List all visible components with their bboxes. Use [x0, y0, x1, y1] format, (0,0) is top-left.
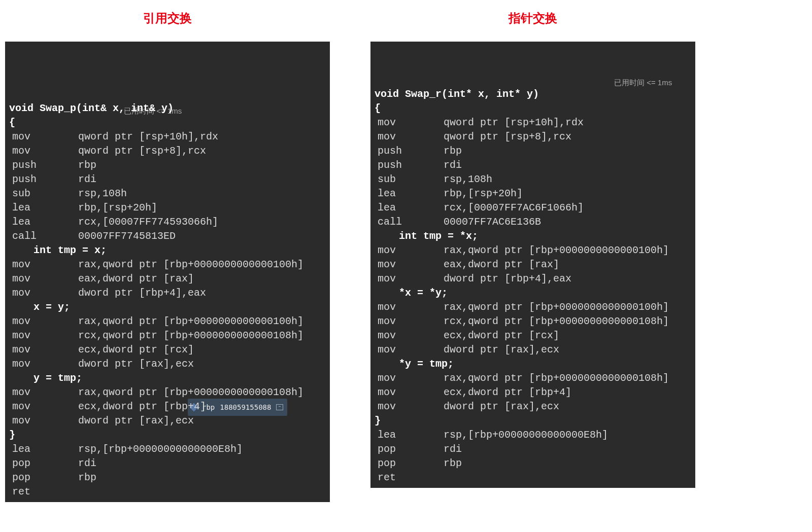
asm-opcode: pop	[9, 456, 78, 471]
code-line: learsp,[rbp+00000000000000E8h]	[9, 442, 326, 456]
asm-operands: rbp	[78, 471, 96, 485]
code-line: movqword ptr [rsp+10h],rdx	[9, 130, 326, 144]
asm-opcode: mov	[375, 329, 444, 343]
asm-opcode: mov	[9, 286, 78, 300]
asm-operands: rdi	[444, 158, 462, 172]
code-line: subrsp,108h	[375, 172, 691, 187]
asm-operands: qword ptr [rsp+10h],rdx	[78, 130, 218, 144]
right-codeblock: 已用时间 <= 1ms void Swap_r(int* x, int* y){…	[370, 42, 695, 488]
code-line: }	[375, 414, 691, 428]
code-line: movecx,dword ptr [rcx]	[375, 329, 691, 343]
asm-operands: rbp	[444, 456, 462, 471]
code-line: movrax,qword ptr [rbp+0000000000000108h]	[9, 385, 326, 400]
asm-opcode: mov	[375, 116, 444, 130]
right-title: 指针交换	[370, 10, 695, 26]
code-line: poprbp	[375, 456, 691, 471]
code-line: movecx,dword ptr [rbp+4]	[9, 400, 326, 414]
asm-operands: 00007FF7745813ED	[78, 229, 176, 243]
asm-opcode: mov	[375, 300, 444, 314]
asm-opcode: mov	[375, 371, 444, 385]
asm-operands: qword ptr [rsp+8],rcx	[444, 130, 571, 144]
asm-opcode: pop	[9, 471, 78, 485]
code-line: pushrdi	[9, 172, 326, 187]
asm-opcode: call	[9, 229, 78, 243]
asm-opcode: push	[375, 144, 444, 158]
asm-opcode: mov	[9, 414, 78, 428]
code-line: poprdi	[9, 456, 326, 471]
asm-opcode: mov	[9, 400, 78, 414]
code-line: movdword ptr [rax],ecx	[375, 400, 691, 414]
asm-operands: rdi	[78, 172, 96, 187]
asm-opcode: ret	[375, 471, 444, 485]
asm-operands: dword ptr [rax],ecx	[444, 343, 559, 357]
code-line: learsp,[rbp+00000000000000E8h]	[375, 428, 691, 442]
code-line: movdword ptr [rax],ecx	[375, 343, 691, 357]
asm-operands: rdi	[444, 442, 462, 456]
code-line: int tmp = x;	[9, 243, 326, 258]
asm-operands: dword ptr [rax],ecx	[444, 400, 559, 414]
asm-opcode: lea	[375, 187, 444, 201]
code-line: movdword ptr [rax],ecx	[9, 357, 326, 371]
asm-operands: rcx,qword ptr [rbp+0000000000000108h]	[444, 314, 669, 329]
asm-operands: rax,qword ptr [rbp+0000000000000100h]	[78, 258, 303, 272]
asm-operands: ecx,dword ptr [rbp+4]	[444, 385, 571, 400]
asm-opcode: lea	[375, 201, 444, 215]
code-line: movrax,qword ptr [rbp+0000000000000100h]	[375, 243, 691, 258]
asm-opcode: mov	[9, 144, 78, 158]
asm-operands: dword ptr [rbp+4],eax	[444, 272, 571, 286]
code-line: {	[375, 101, 691, 116]
asm-operands: rcx,qword ptr [rbp+0000000000000108h]	[78, 329, 303, 343]
code-line: movdword ptr [rax],ecx	[9, 414, 326, 428]
code-line: call00007FF7AC6E136B	[375, 215, 691, 229]
code-line: poprbp	[9, 471, 326, 485]
asm-operands: rsp,[rbp+00000000000000E8h]	[78, 442, 243, 456]
asm-opcode: mov	[375, 343, 444, 357]
asm-operands: rcx,[00007FF774593066h]	[78, 215, 218, 229]
code-line: pushrdi	[375, 158, 691, 172]
asm-operands: rbp,[rsp+20h]	[78, 201, 157, 215]
asm-opcode: mov	[9, 357, 78, 371]
asm-operands: rax,qword ptr [rbp+0000000000000100h]	[444, 243, 669, 258]
asm-opcode: lea	[9, 442, 78, 456]
asm-opcode: pop	[375, 456, 444, 471]
code-line: void Swap_p(int& x, int& y)	[9, 101, 326, 116]
code-line: poprdi	[375, 442, 691, 456]
asm-opcode: mov	[9, 385, 78, 400]
asm-opcode: pop	[375, 442, 444, 456]
code-line: learbp,[rsp+20h]	[375, 187, 691, 201]
code-line: movrax,qword ptr [rbp+0000000000000100h]	[375, 300, 691, 314]
code-line: movrax,qword ptr [rbp+0000000000000108h]	[375, 371, 691, 385]
code-line: movqword ptr [rsp+10h],rdx	[375, 116, 691, 130]
asm-operands: dword ptr [rax],ecx	[78, 357, 194, 371]
asm-opcode: mov	[375, 130, 444, 144]
asm-operands: rsp,108h	[444, 172, 492, 187]
left-codeblock: 已用时间 <= 1ms rbp 188059155088 void Swap_p…	[5, 42, 330, 502]
code-line: {	[9, 116, 326, 130]
asm-opcode: mov	[375, 272, 444, 286]
asm-opcode: mov	[9, 130, 78, 144]
left-column: 引用交换 已用时间 <= 1ms rbp 188059155088 void S…	[5, 5, 330, 502]
asm-operands: ecx,dword ptr [rbp+4]	[78, 400, 206, 414]
code-line: *y = tmp;	[375, 357, 691, 371]
asm-operands: eax,dword ptr [rax]	[444, 258, 559, 272]
asm-operands: qword ptr [rsp+8],rcx	[78, 144, 206, 158]
asm-opcode: mov	[9, 272, 78, 286]
asm-opcode: ret	[9, 485, 78, 499]
asm-operands: ecx,dword ptr [rcx]	[444, 329, 559, 343]
code-line: learbp,[rsp+20h]	[9, 201, 326, 215]
asm-operands: rdi	[78, 456, 96, 471]
code-line: call00007FF7745813ED	[9, 229, 326, 243]
code-line: movrax,qword ptr [rbp+0000000000000100h]	[9, 258, 326, 272]
asm-opcode: mov	[375, 385, 444, 400]
right-column: 指针交换 已用时间 <= 1ms void Swap_r(int* x, int…	[370, 5, 695, 488]
asm-operands: rax,qword ptr [rbp+0000000000000100h]	[444, 300, 669, 314]
asm-opcode: mov	[9, 329, 78, 343]
asm-operands: dword ptr [rax],ecx	[78, 414, 194, 428]
asm-operands: rbp,[rsp+20h]	[444, 187, 523, 201]
code-line: int tmp = *x;	[375, 229, 691, 243]
code-line: }	[9, 428, 326, 442]
code-line: movecx,dword ptr [rbp+4]	[375, 385, 691, 400]
code-line: pushrbp	[375, 144, 691, 158]
code-line: subrsp,108h	[9, 187, 326, 201]
asm-opcode: call	[375, 215, 444, 229]
